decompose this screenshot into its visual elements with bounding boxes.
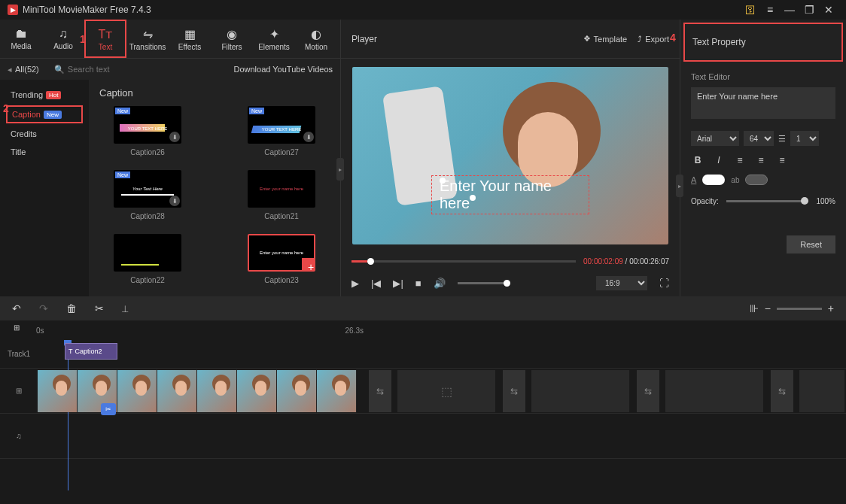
- transition-slot[interactable]: ⇆: [503, 370, 525, 412]
- caption-thumb-23[interactable]: Enter your name here+Caption233: [233, 234, 330, 284]
- redo-button[interactable]: ↷: [39, 302, 48, 314]
- tab-audio[interactable]: ♫Audio: [42, 20, 84, 58]
- seek-slider[interactable]: [351, 260, 576, 263]
- video-clip[interactable]: ✂: [38, 370, 357, 412]
- empty-clip-slot[interactable]: [665, 370, 763, 412]
- volume-slider[interactable]: [458, 282, 510, 284]
- motion-icon: ◐: [311, 27, 321, 41]
- text-color-icon[interactable]: A: [691, 175, 696, 184]
- sidebar-item-title[interactable]: Title: [0, 143, 89, 161]
- download-icon[interactable]: ⬇: [303, 132, 314, 142]
- sidebar-item-trending[interactable]: TrendingHot: [0, 86, 89, 104]
- zoom-slider[interactable]: [777, 308, 822, 310]
- text-color-swatch[interactable]: [702, 175, 725, 185]
- download-youtube-link[interactable]: Download YouTube Videos: [234, 65, 333, 74]
- bold-button[interactable]: B: [691, 153, 704, 167]
- panel-expand-handle[interactable]: ▸: [336, 158, 344, 181]
- prev-frame-button[interactable]: |◀: [371, 278, 381, 289]
- add-caption-button[interactable]: +: [302, 258, 315, 272]
- italic-button[interactable]: I: [712, 153, 726, 167]
- empty-clip-slot[interactable]: [799, 370, 844, 412]
- text-content-input[interactable]: Enter Your name here: [691, 87, 835, 119]
- folder-icon: 🖿: [15, 27, 27, 41]
- fullscreen-icon[interactable]: ⛶: [659, 278, 669, 289]
- add-track-button[interactable]: ⊞: [14, 323, 20, 332]
- tab-motion[interactable]: ◐Motion: [295, 20, 337, 58]
- line-height-icon: ☰: [778, 134, 786, 144]
- close-icon[interactable]: ✕: [819, 4, 838, 16]
- player-title: Player: [351, 34, 377, 44]
- font-size-select[interactable]: 64: [744, 131, 774, 146]
- sidebar-item-credits[interactable]: Credits: [0, 125, 89, 143]
- play-button[interactable]: ▶: [351, 278, 359, 289]
- font-select[interactable]: Arial: [691, 131, 739, 146]
- empty-clip-slot[interactable]: ⬚: [397, 370, 495, 412]
- opacity-slider[interactable]: [726, 200, 809, 202]
- align-center-button[interactable]: ≡: [754, 153, 768, 167]
- minimize-icon[interactable]: —: [780, 4, 799, 16]
- align-right-button[interactable]: ≡: [775, 153, 789, 167]
- app-logo: ▶: [8, 5, 18, 15]
- maximize-icon[interactable]: ❐: [799, 4, 819, 16]
- caption-thumb-21[interactable]: Enter your name hereCaption21: [233, 170, 330, 220]
- volume-icon[interactable]: 🔊: [434, 278, 446, 289]
- playhead[interactable]: [68, 340, 68, 490]
- search-input[interactable]: [68, 65, 143, 74]
- undo-button[interactable]: ↶: [12, 302, 21, 314]
- delete-button[interactable]: 🗑: [66, 302, 77, 314]
- caption-thumb-28[interactable]: NewYour Text Here⬇Caption28: [99, 170, 196, 220]
- text-clip[interactable]: TCaption2: [65, 343, 117, 360]
- split-button[interactable]: ✂: [95, 302, 104, 314]
- reset-button[interactable]: Reset: [787, 235, 835, 254]
- transition-slot[interactable]: ⇆: [637, 370, 659, 412]
- captions-heading: Caption: [99, 87, 330, 99]
- all-count[interactable]: All(52): [15, 65, 39, 74]
- key-icon[interactable]: ⚿: [741, 4, 760, 16]
- highlight-color-swatch[interactable]: [745, 175, 768, 185]
- export-button[interactable]: ⤴Export: [638, 35, 669, 44]
- panel-expand-handle[interactable]: ▸: [676, 175, 683, 197]
- empty-clip-slot[interactable]: [531, 370, 629, 412]
- zoom-out-button[interactable]: −: [765, 302, 771, 314]
- text-property-header: Text Property 4: [683, 23, 843, 62]
- tab-effects[interactable]: ▦Effects: [169, 20, 211, 58]
- zoom-in-button[interactable]: +: [828, 302, 834, 314]
- sidebar-item-caption[interactable]: CaptionNew: [6, 105, 83, 123]
- caption-thumb-27[interactable]: NewYOUR TEXT HERE⬇Caption27: [233, 106, 330, 156]
- tab-filters[interactable]: ◉Filters: [211, 20, 253, 58]
- template-button[interactable]: ❖Template: [583, 34, 628, 44]
- filter-icon: ◉: [227, 27, 237, 41]
- text-icon: Tᴛ: [99, 27, 113, 41]
- aspect-ratio-select[interactable]: 16:9: [596, 276, 647, 290]
- split-badge-icon[interactable]: ✂: [101, 403, 116, 415]
- align-left-button[interactable]: ≡: [733, 153, 747, 167]
- menu-icon[interactable]: ≡: [760, 4, 780, 16]
- download-icon[interactable]: ⬇: [169, 132, 180, 142]
- search-icon: 🔍: [54, 65, 65, 74]
- text-overlay[interactable]: Enter Your name here: [431, 175, 589, 214]
- transition-icon: ⇋: [143, 27, 153, 41]
- fit-zoom-button[interactable]: ⊪: [750, 302, 759, 314]
- caption-thumb-26[interactable]: NewYOUR TEXT HERE⬇Caption26: [99, 106, 196, 156]
- back-arrow-icon[interactable]: ◂: [8, 65, 12, 74]
- sparkle-icon: ✦: [269, 27, 279, 41]
- crop-button[interactable]: ⟂: [122, 302, 128, 314]
- music-icon: ♫: [59, 27, 68, 41]
- text-editor-label: Text Editor: [691, 72, 835, 81]
- annotation-marker-1: 1: [80, 33, 86, 45]
- tab-elements[interactable]: ✦Elements: [253, 20, 295, 58]
- transition-slot[interactable]: ⇆: [369, 370, 391, 412]
- video-preview[interactable]: Enter Your name here: [352, 67, 668, 244]
- line-height-select[interactable]: 1: [790, 131, 819, 146]
- highlight-icon[interactable]: ab: [731, 176, 739, 184]
- download-icon[interactable]: ⬇: [169, 196, 180, 206]
- tab-transitions[interactable]: ⇋Transitions: [126, 20, 169, 58]
- annotation-marker-4: 4: [670, 32, 676, 44]
- tab-media[interactable]: 🖿Media: [0, 20, 42, 58]
- tab-text[interactable]: TᴛText: [84, 20, 126, 58]
- transition-slot[interactable]: ⇆: [771, 370, 793, 412]
- next-frame-button[interactable]: ▶|: [393, 278, 403, 289]
- caption-thumb-22[interactable]: Caption22: [99, 234, 196, 284]
- stop-button[interactable]: ■: [415, 278, 421, 289]
- video-track-icon: ⊞: [0, 387, 38, 395]
